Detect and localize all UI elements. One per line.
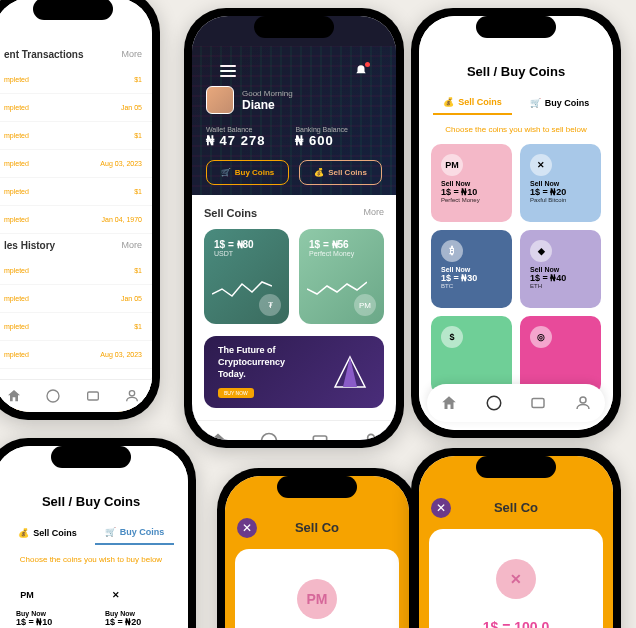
coins-icon: 💰 xyxy=(443,97,454,107)
coin-icon: ◆ xyxy=(530,240,552,262)
svg-point-5 xyxy=(261,434,276,441)
transaction-row[interactable]: mpletedAug 03, 2023 xyxy=(0,150,152,178)
coin-icon: PM xyxy=(441,154,463,176)
coin-icon: ◎ xyxy=(530,326,552,348)
pm-icon: PM xyxy=(354,294,376,316)
coin-card[interactable]: ✕Sell Now1$ = ₦20Paxful Bitcoin xyxy=(520,144,601,222)
exchange-rate: 1$ = 100.0 xyxy=(445,619,587,628)
close-icon[interactable]: ✕ xyxy=(431,498,451,518)
home-icon[interactable] xyxy=(440,394,458,412)
transaction-row[interactable]: mpleted$1 xyxy=(0,178,152,206)
home-icon[interactable] xyxy=(6,388,22,404)
page-title: Sell / Buy Coins xyxy=(419,56,613,87)
svg-rect-1 xyxy=(87,392,98,400)
tether-icon: ₮ xyxy=(259,294,281,316)
sell-coins-button[interactable]: 💰 Sell Coins xyxy=(299,160,382,185)
modal-title: Sell Co xyxy=(494,500,538,515)
wallet-icon[interactable] xyxy=(529,394,547,412)
coin-card[interactable]: PMBuy Now1$ = ₦10Perfect Money xyxy=(6,574,87,628)
svg-rect-6 xyxy=(313,436,326,440)
exchange-icon[interactable] xyxy=(259,431,279,440)
coin-card-pm[interactable]: 1$ = ₦56 Perfect Money PM xyxy=(299,229,384,324)
phone-sell-buy-buy: Sell / Buy Coins 💰 Sell Coins 🛒 Buy Coin… xyxy=(0,438,196,628)
coin-icon: ✕ xyxy=(530,154,552,176)
home-icon[interactable] xyxy=(208,431,228,440)
coin-icon: PM xyxy=(16,584,38,606)
wallet-balance-label: Wallet Balance xyxy=(206,126,265,133)
instruction-text: Choose the coins you wish to sell below xyxy=(419,115,613,144)
close-icon[interactable]: ✕ xyxy=(237,518,257,538)
transaction-row[interactable]: mpleted$1 xyxy=(0,257,152,285)
pyramid-icon xyxy=(330,352,370,392)
avatar[interactable] xyxy=(206,86,234,114)
bottom-nav xyxy=(427,384,605,422)
banking-balance-label: Banking Balance xyxy=(295,126,348,133)
buy-coins-button[interactable]: 🛒 Buy Coins xyxy=(206,160,289,185)
wallet-icon[interactable] xyxy=(310,431,330,440)
sales-history-header: les History xyxy=(4,240,55,251)
cart-icon: 🛒 xyxy=(105,527,116,537)
coin-card[interactable]: ◆Sell Now1$ = ₦40ETH xyxy=(520,230,601,308)
transaction-row[interactable]: mpletedAug 03, 2023 xyxy=(0,341,152,369)
modal-title: Sell Co xyxy=(295,520,339,535)
coin-icon: $ xyxy=(441,326,463,348)
coin-card[interactable]: ✕Buy Now1$ = ₦20Paxful Bitcoin xyxy=(95,574,176,628)
buy-now-button[interactable]: BUY NOW xyxy=(218,388,254,398)
transaction-row[interactable]: mpleted$1 xyxy=(0,313,152,341)
paxful-icon: ✕ xyxy=(496,559,536,599)
svg-rect-9 xyxy=(532,399,544,408)
coins-icon: 💰 xyxy=(314,168,324,177)
cart-icon: 🛒 xyxy=(530,98,541,108)
sell-coins-header: Sell Coins xyxy=(204,207,257,219)
transaction-row[interactable]: mpletedJan 04, 1970 xyxy=(0,206,152,234)
coin-icon: ₿ xyxy=(441,240,463,262)
instruction-text: Choose the coins you wish to buy below xyxy=(0,545,188,574)
username: Diane xyxy=(242,98,293,112)
coin-card[interactable]: ◎ xyxy=(520,316,601,394)
svg-point-2 xyxy=(130,391,135,396)
coin-card[interactable]: ₿Sell Now1$ = ₦30BTC xyxy=(431,230,512,308)
transaction-row[interactable]: mpleted$1 xyxy=(0,66,152,94)
page-title: Sell / Buy Coins xyxy=(0,486,188,517)
coin-card[interactable]: $ xyxy=(431,316,512,394)
menu-icon[interactable] xyxy=(220,65,236,77)
transaction-row[interactable]: mpletedJan 05 xyxy=(0,94,152,122)
phone-sell-modal-paxful: ✕ Sell Co ✕ 1$ = 100.0 Paxful Bitcoin $ … xyxy=(411,448,621,628)
coin-icon: ✕ xyxy=(105,584,127,606)
transaction-row[interactable]: mpletedJan 05 xyxy=(0,285,152,313)
tab-sell-coins[interactable]: 💰 Sell Coins xyxy=(433,91,512,115)
phone-transactions: ent Transactions More mpleted$1mpletedJa… xyxy=(0,0,160,420)
tab-sell-coins[interactable]: 💰 Sell Coins xyxy=(8,521,87,545)
transaction-row[interactable]: mpleted$1 xyxy=(0,122,152,150)
greeting-text: Good Morning xyxy=(242,89,293,98)
recent-transactions-header: ent Transactions xyxy=(4,49,83,60)
svg-point-7 xyxy=(367,434,374,440)
banking-balance-value: ₦ 600 xyxy=(295,133,348,148)
phone-sell-buy-sell: Sell / Buy Coins 💰 Sell Coins 🛒 Buy Coin… xyxy=(411,8,621,438)
more-link[interactable]: More xyxy=(121,240,142,251)
pm-icon: PM xyxy=(297,579,337,619)
tab-buy-coins[interactable]: 🛒 Buy Coins xyxy=(95,521,174,545)
phone-sell-modal-pm: ✕ Sell Co PM 1$ = 50.0 Perfect Money xyxy=(217,468,417,628)
phone-dashboard: Good Morning Diane Wallet Balance ₦ 47 2… xyxy=(184,8,404,448)
svg-point-10 xyxy=(580,397,586,403)
promo-banner[interactable]: The Future ofCryptocurrencyToday. BUY NO… xyxy=(204,336,384,408)
svg-marker-4 xyxy=(343,357,357,387)
coins-icon: 💰 xyxy=(18,528,29,538)
coin-card[interactable]: PMSell Now1$ = ₦10Perfect Money xyxy=(431,144,512,222)
notification-icon[interactable] xyxy=(354,64,368,78)
profile-icon[interactable] xyxy=(574,394,592,412)
more-link[interactable]: More xyxy=(363,207,384,219)
tab-buy-coins[interactable]: 🛒 Buy Coins xyxy=(520,91,599,115)
more-link[interactable]: More xyxy=(121,49,142,60)
bottom-nav xyxy=(192,420,396,440)
profile-icon[interactable] xyxy=(361,431,381,440)
cart-icon: 🛒 xyxy=(221,168,231,177)
exchange-icon[interactable] xyxy=(485,394,503,412)
profile-icon[interactable] xyxy=(124,388,140,404)
svg-point-0 xyxy=(47,390,59,402)
exchange-icon[interactable] xyxy=(45,388,61,404)
wallet-balance-value: ₦ 47 278 xyxy=(206,133,265,148)
coin-card-usdt[interactable]: 1$ = ₦80 USDT ₮ xyxy=(204,229,289,324)
wallet-icon[interactable] xyxy=(85,388,101,404)
